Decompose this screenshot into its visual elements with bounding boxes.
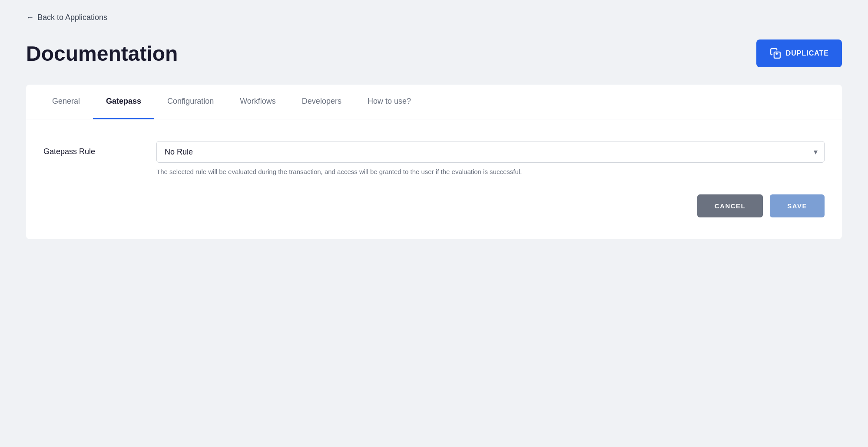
gatepass-rule-hint: The selected rule will be evaluated duri… [156, 167, 825, 177]
gatepass-rule-row: Gatepass Rule No Rule ▾ The selected rul… [43, 141, 825, 177]
cancel-button[interactable]: CANCEL [697, 194, 763, 217]
duplicate-icon [769, 47, 782, 59]
tab-workflows[interactable]: Workflows [227, 85, 289, 119]
gatepass-rule-select-wrapper: No Rule ▾ [156, 141, 825, 163]
back-link-label: Back to Applications [37, 13, 107, 22]
page-title: Documentation [26, 42, 178, 66]
save-button[interactable]: SAVE [770, 194, 825, 217]
tab-configuration[interactable]: Configuration [154, 85, 227, 119]
page-header: Documentation DUPLICATE [26, 39, 842, 67]
tab-general[interactable]: General [39, 85, 93, 119]
content-card: Gatepass Rule No Rule ▾ The selected rul… [26, 119, 842, 239]
tabs-container: General Gatepass Configuration Workflows… [26, 85, 842, 119]
gatepass-rule-label: Gatepass Rule [43, 141, 139, 156]
tab-gatepass[interactable]: Gatepass [93, 85, 154, 119]
form-actions: CANCEL SAVE [43, 194, 825, 217]
back-to-applications-link[interactable]: ← Back to Applications [26, 13, 107, 22]
duplicate-button-label: DUPLICATE [786, 49, 829, 57]
back-arrow-icon: ← [26, 13, 34, 22]
tab-developers[interactable]: Developers [289, 85, 354, 119]
gatepass-rule-select[interactable]: No Rule [156, 141, 825, 163]
duplicate-button[interactable]: DUPLICATE [756, 39, 842, 67]
tabs-list: General Gatepass Configuration Workflows… [26, 85, 842, 119]
tab-how-to-use[interactable]: How to use? [354, 85, 424, 119]
gatepass-rule-field: No Rule ▾ The selected rule will be eval… [156, 141, 825, 177]
